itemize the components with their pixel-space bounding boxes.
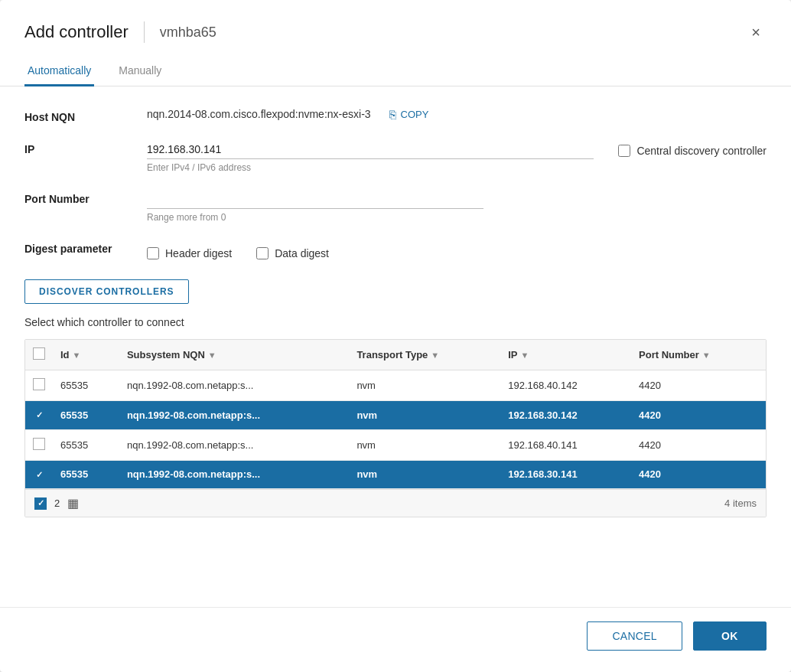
row-ip: 192.168.40.141 [500, 429, 631, 460]
footer-items-count: 4 items [724, 497, 757, 509]
table-row[interactable]: 65535 nqn.1992-08.com.netapp:s... nvm 19… [25, 370, 766, 401]
header-digest-checkbox-row[interactable]: Header digest [147, 243, 232, 259]
digest-label: Digest parameter [24, 240, 147, 255]
central-discovery-checkbox[interactable] [618, 145, 630, 157]
ip-label: IP [24, 140, 147, 155]
select-controller-label: Select which controller to connect [24, 316, 767, 328]
dialog-title: Add controller [24, 22, 129, 42]
header-checkbox[interactable] [33, 347, 45, 360]
col-transport-type: Transport Type ▼ [349, 340, 500, 370]
controllers-table: Id ▼ Subsystem NQN ▼ Tra [25, 340, 766, 489]
table-row[interactable]: 65535 nqn.1992-08.com.netapp:s... nvm 19… [25, 460, 766, 489]
header-checkbox-cell [25, 340, 53, 370]
dialog-body: Host NQN nqn.2014-08.com.cisco.flexpod:n… [0, 86, 791, 607]
dialog-header: Add controller vmhba65 × [0, 0, 791, 43]
table-footer: 2 ▦ 4 items [25, 489, 766, 517]
id-filter-icon[interactable]: ▼ [73, 351, 81, 360]
table-row[interactable]: 65535 nqn.1992-08.com.netapp:s... nvm 19… [25, 401, 766, 430]
row-checkbox-cell[interactable] [25, 401, 53, 430]
row-ip: 192.168.30.141 [500, 460, 631, 489]
table-header-row: Id ▼ Subsystem NQN ▼ Tra [25, 340, 766, 370]
row-checkbox-cell[interactable] [25, 429, 53, 460]
central-discovery-checkbox-row[interactable]: Central discovery controller [618, 140, 767, 157]
ok-button[interactable]: OK [693, 621, 767, 651]
data-digest-label: Data digest [275, 247, 329, 259]
row-subsystem: nqn.1992-08.com.netapp:s... [119, 429, 349, 460]
controllers-table-wrap: Id ▼ Subsystem NQN ▼ Tra [24, 339, 767, 517]
ip-input-wrap: Enter IPv4 / IPv6 address [147, 140, 594, 173]
header-digest-checkbox[interactable] [147, 247, 159, 259]
port-number-input[interactable] [147, 190, 483, 209]
row-checkbox-cell[interactable] [25, 370, 53, 401]
host-nqn-label: Host NQN [24, 108, 147, 123]
col-id: Id ▼ [53, 340, 119, 370]
row-checkbox[interactable] [33, 409, 45, 422]
row-transport: nvm [349, 401, 500, 430]
digest-options: Header digest Data digest [147, 240, 329, 259]
central-discovery-label: Central discovery controller [636, 145, 767, 157]
table-body: 65535 nqn.1992-08.com.netapp:s... nvm 19… [25, 370, 766, 489]
ip-filter-icon[interactable]: ▼ [521, 351, 529, 360]
dialog-footer: CANCEL OK [0, 607, 791, 672]
data-digest-checkbox-row[interactable]: Data digest [256, 243, 329, 259]
header-divider [144, 21, 145, 43]
copy-button[interactable]: ⎘ COPY [389, 108, 429, 121]
row-ip: 192.168.40.142 [500, 370, 631, 401]
row-checkbox[interactable] [33, 468, 45, 481]
row-port: 4420 [631, 401, 766, 430]
subsystem-filter-icon[interactable]: ▼ [208, 351, 216, 360]
col-subsystem-nqn: Subsystem NQN ▼ [119, 340, 349, 370]
row-port: 4420 [631, 370, 766, 401]
port-hint: Range more from 0 [147, 212, 767, 223]
close-button[interactable]: × [745, 21, 767, 43]
row-id: 65535 [53, 429, 119, 460]
col-port-number: Port Number ▼ [631, 340, 766, 370]
port-number-label: Port Number [24, 190, 147, 205]
ip-row: IP Enter IPv4 / IPv6 address Central dis… [24, 140, 767, 173]
row-ip: 192.168.30.142 [500, 401, 631, 430]
header-digest-label: Header digest [165, 247, 232, 259]
row-id: 65535 [53, 370, 119, 401]
tab-manually[interactable]: Manually [116, 57, 164, 86]
tab-automatically[interactable]: Automatically [24, 57, 94, 86]
row-id: 65535 [53, 460, 119, 489]
discover-controllers-button[interactable]: DISCOVER CONTROLLERS [24, 279, 189, 304]
ip-input[interactable] [147, 140, 594, 159]
transport-filter-icon[interactable]: ▼ [431, 351, 439, 360]
add-controller-dialog: Add controller vmhba65 × Automatically M… [0, 0, 791, 672]
row-port: 4420 [631, 429, 766, 460]
row-subsystem: nqn.1992-08.com.netapp:s... [119, 370, 349, 401]
footer-columns-icon[interactable]: ▦ [67, 496, 79, 511]
host-nqn-value: nqn.2014-08.com.cisco.flexpod:nvme:nx-es… [147, 108, 371, 120]
data-digest-checkbox[interactable] [256, 247, 269, 259]
row-transport: nvm [349, 460, 500, 489]
table-row[interactable]: 65535 nqn.1992-08.com.netapp:s... nvm 19… [25, 429, 766, 460]
row-checkbox[interactable] [33, 438, 45, 450]
ip-hint: Enter IPv4 / IPv6 address [147, 162, 594, 173]
dialog-subtitle: vmhba65 [160, 24, 216, 41]
ip-section: Enter IPv4 / IPv6 address Central discov… [147, 140, 767, 173]
host-nqn-row: Host NQN nqn.2014-08.com.cisco.flexpod:n… [24, 108, 767, 123]
row-transport: nvm [349, 370, 500, 401]
row-subsystem: nqn.1992-08.com.netapp:s... [119, 460, 349, 489]
footer-checkbox[interactable] [34, 497, 47, 510]
port-filter-icon[interactable]: ▼ [702, 351, 711, 360]
copy-icon: ⎘ [389, 108, 396, 121]
row-port: 4420 [631, 460, 766, 489]
col-ip: IP ▼ [500, 340, 631, 370]
row-id: 65535 [53, 401, 119, 430]
cancel-button[interactable]: CANCEL [587, 621, 682, 651]
digest-row: Digest parameter Header digest Data dige… [24, 240, 767, 259]
footer-checked-count: 2 [54, 497, 60, 509]
row-subsystem: nqn.1992-08.com.netapp:s... [119, 401, 349, 430]
port-number-row: Port Number Range more from 0 [24, 190, 767, 223]
row-checkbox-cell[interactable] [25, 460, 53, 489]
port-number-input-wrap: Range more from 0 [147, 190, 767, 223]
row-transport: nvm [349, 429, 500, 460]
row-checkbox[interactable] [33, 378, 45, 390]
tab-bar: Automatically Manually [0, 57, 791, 86]
